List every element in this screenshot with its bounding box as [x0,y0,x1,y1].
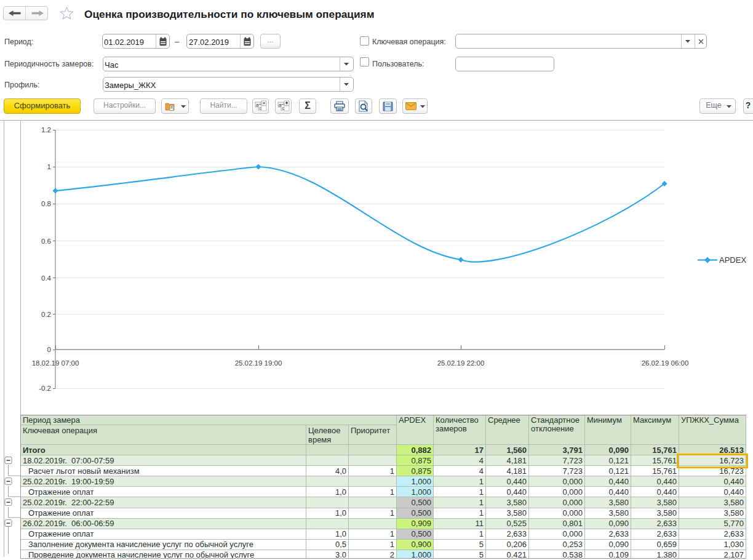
svg-text:0.2: 0.2 [41,311,51,318]
svg-text:26.02.19 06:00: 26.02.19 06:00 [642,359,689,367]
svg-text:25.02.19 19:00: 25.02.19 19:00 [235,359,282,367]
svg-text:0.4: 0.4 [41,274,52,282]
svg-text:1: 1 [47,163,51,170]
svg-text:0.6: 0.6 [41,238,51,245]
svg-text:0: 0 [47,346,51,353]
svg-text:0.8: 0.8 [41,200,51,207]
svg-text:25.02.19 22:00: 25.02.19 22:00 [437,359,485,367]
svg-text:APDEX: APDEX [719,255,746,265]
svg-text:18.02.19 07:00: 18.02.19 07:00 [32,359,79,367]
svg-text:1.2: 1.2 [41,126,51,134]
svg-text:-0.2: -0.2 [39,385,51,392]
